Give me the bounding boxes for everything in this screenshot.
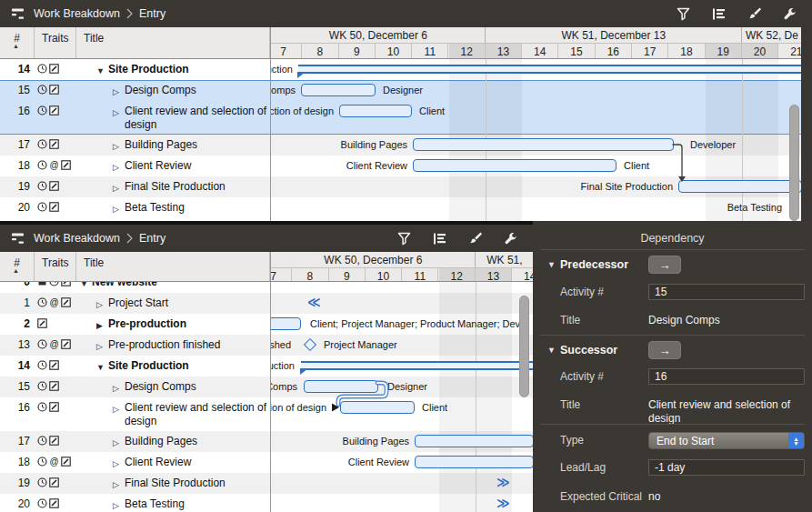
- bar-offscreen-right-icon[interactable]: ≫: [496, 496, 510, 510]
- clock-icon[interactable]: [37, 139, 47, 149]
- disclosure-triangle-icon[interactable]: ▷: [96, 296, 108, 314]
- disclosure-triangle-icon[interactable]: ▼: [96, 359, 108, 376]
- clock-icon[interactable]: [37, 160, 47, 170]
- table-row[interactable]: 17▷Building Pages: [0, 135, 801, 156]
- disclosure-triangle-icon[interactable]: ▷: [113, 180, 125, 197]
- note-icon[interactable]: [49, 85, 59, 95]
- breadcrumb-item[interactable]: Entry: [139, 232, 165, 245]
- table-row[interactable]: 20▷Beta Testing: [0, 494, 533, 512]
- clock-icon[interactable]: [37, 498, 47, 508]
- breadcrumb-item[interactable]: Work Breakdown: [34, 232, 120, 245]
- attach-icon[interactable]: @: [49, 160, 59, 170]
- outline-icon[interactable]: [431, 230, 447, 246]
- note-icon[interactable]: [37, 318, 47, 328]
- bar-offscreen-right-icon[interactable]: ≫: [496, 475, 510, 489]
- disclosure-triangle-icon[interactable]: ▷: [113, 380, 125, 397]
- column-header-num[interactable]: #▲: [0, 27, 35, 58]
- top-gantt-scrollbar[interactable]: [789, 105, 799, 221]
- breadcrumb-item[interactable]: Entry: [139, 7, 165, 20]
- task-bar[interactable]: [413, 159, 617, 172]
- task-bar[interactable]: [304, 380, 378, 393]
- task-bar[interactable]: [415, 435, 533, 447]
- settings-wrench-icon[interactable]: [781, 5, 797, 22]
- disclosure-triangle-icon[interactable]: ▼: [96, 63, 108, 80]
- outline-icon[interactable]: [710, 5, 727, 22]
- column-header-traits[interactable]: Traits: [35, 252, 76, 281]
- group-summary-bar[interactable]: [298, 65, 801, 74]
- table-row[interactable]: 1@▷Project Start: [0, 293, 533, 314]
- attach-icon[interactable]: @: [49, 457, 59, 467]
- table-row[interactable]: 15▷Design Comps: [0, 376, 533, 397]
- note-icon[interactable]: [49, 477, 59, 487]
- note-icon[interactable]: [49, 360, 59, 370]
- format-brush-icon[interactable]: [466, 230, 483, 246]
- clock-icon[interactable]: [37, 297, 47, 307]
- table-row[interactable]: 2▶Pre-production: [0, 314, 533, 335]
- task-bar[interactable]: [678, 180, 801, 193]
- task-bar[interactable]: [413, 138, 674, 151]
- note-icon[interactable]: [61, 297, 71, 307]
- note-icon[interactable]: [61, 282, 71, 286]
- note-icon[interactable]: [61, 160, 71, 170]
- column-header-traits[interactable]: Traits: [35, 27, 76, 58]
- clock-icon[interactable]: [37, 436, 47, 446]
- filter-icon[interactable]: [396, 230, 412, 246]
- note-icon[interactable]: [49, 139, 59, 149]
- clock-icon[interactable]: [37, 339, 47, 349]
- task-bar[interactable]: [340, 401, 415, 414]
- table-row[interactable]: 20▷Beta Testing: [0, 197, 801, 218]
- clock-icon[interactable]: [37, 381, 47, 391]
- breadcrumb-item[interactable]: Work Breakdown: [34, 7, 120, 20]
- note-icon[interactable]: [49, 402, 59, 412]
- clock-icon[interactable]: [37, 202, 47, 212]
- format-brush-icon[interactable]: [746, 5, 762, 22]
- disclosure-triangle-icon[interactable]: ▷: [113, 477, 125, 494]
- goto-predecessor-button[interactable]: →: [648, 256, 681, 274]
- predecessor-collapse-triangle[interactable]: ▼: [547, 260, 556, 269]
- disclosure-triangle-icon[interactable]: ▼: [80, 282, 92, 293]
- predecessor-activity-input[interactable]: [648, 284, 805, 300]
- clock-icon[interactable]: [37, 181, 47, 191]
- note-icon[interactable]: [49, 498, 59, 508]
- successor-activity-input[interactable]: [648, 368, 805, 385]
- leadlag-input[interactable]: [648, 459, 805, 476]
- clock-icon[interactable]: [37, 85, 47, 95]
- column-header-title[interactable]: Title: [76, 252, 270, 281]
- note-icon[interactable]: [49, 436, 59, 446]
- clock-icon[interactable]: [37, 64, 47, 74]
- clock-icon[interactable]: [37, 402, 47, 412]
- clock-icon[interactable]: [37, 457, 47, 467]
- attach-icon[interactable]: @: [49, 339, 59, 349]
- goto-successor-button[interactable]: →: [648, 341, 681, 359]
- note-icon[interactable]: [49, 202, 59, 212]
- successor-collapse-triangle[interactable]: ▼: [547, 346, 556, 355]
- column-header-title[interactable]: Title: [76, 27, 270, 58]
- clock-icon[interactable]: [37, 477, 47, 487]
- task-bar[interactable]: [415, 456, 533, 468]
- task-bar[interactable]: [301, 84, 376, 96]
- disclosure-triangle-icon[interactable]: ▷: [113, 201, 125, 218]
- table-row[interactable]: 18@▷Client Review: [0, 156, 801, 176]
- bar-offscreen-left-icon[interactable]: ≪: [307, 295, 321, 309]
- filter-icon[interactable]: [675, 5, 691, 22]
- status-icon[interactable]: [37, 282, 47, 286]
- clock-icon[interactable]: [37, 105, 47, 115]
- note-icon[interactable]: [61, 457, 71, 467]
- disclosure-triangle-icon[interactable]: ▷: [113, 138, 125, 156]
- disclosure-triangle-icon[interactable]: ▷: [113, 159, 125, 176]
- table-row[interactable]: 0▼New website: [0, 282, 533, 293]
- clock-icon[interactable]: [49, 282, 59, 286]
- table-row[interactable]: 13@▷Pre-production finished: [0, 335, 533, 356]
- disclosure-triangle-icon[interactable]: ▷: [113, 401, 125, 431]
- disclosure-triangle-icon[interactable]: ▷: [113, 456, 125, 473]
- disclosure-triangle-icon[interactable]: ▶: [96, 317, 108, 335]
- disclosure-triangle-icon[interactable]: ▷: [113, 497, 125, 512]
- disclosure-triangle-icon[interactable]: ▷: [113, 105, 125, 135]
- attach-icon[interactable]: @: [49, 297, 59, 307]
- group-summary-bar[interactable]: [301, 361, 533, 370]
- note-icon[interactable]: [49, 381, 59, 391]
- note-icon[interactable]: [61, 339, 71, 349]
- task-bar[interactable]: [339, 105, 412, 117]
- column-header-num[interactable]: #▲: [0, 252, 35, 281]
- task-bar[interactable]: [270, 317, 301, 330]
